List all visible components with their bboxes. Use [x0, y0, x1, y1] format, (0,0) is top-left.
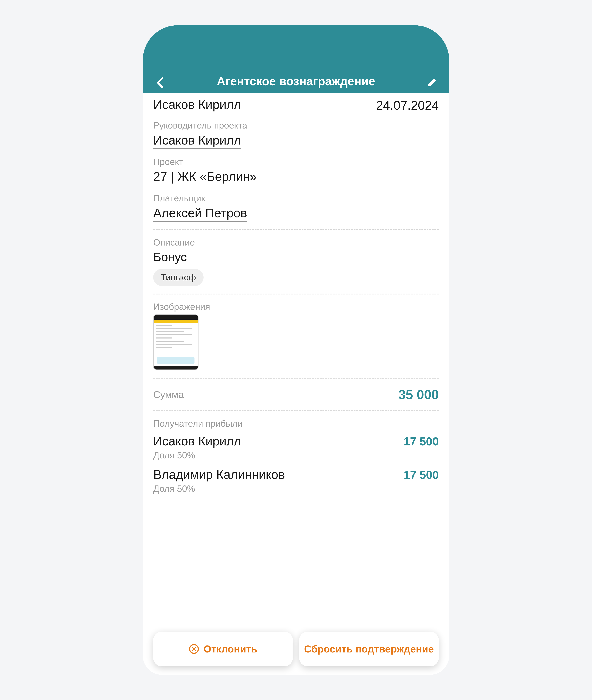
project-field: Проект 27 | ЖК «Берлин» [153, 156, 439, 185]
thumb-bottombar [154, 366, 198, 369]
manager-value[interactable]: Исаков Кирилл [153, 133, 241, 149]
sum-value: 35 000 [398, 387, 439, 402]
content-scroll[interactable]: Исаков Кирилл 24.07.2024 Руководитель пр… [143, 93, 449, 675]
creator-link[interactable]: Исаков Кирилл [153, 97, 241, 113]
image-thumbnail[interactable] [153, 314, 198, 370]
manager-label: Руководитель проекта [153, 120, 439, 131]
images-label: Изображения [153, 301, 439, 312]
bank-tag[interactable]: Тинькоф [153, 269, 204, 286]
divider [153, 294, 439, 294]
action-footer: Отклонить Сбросить подтверждение [153, 632, 439, 666]
reset-confirmation-button[interactable]: Сбросить подтверждение [299, 632, 439, 666]
thumb-highlight [157, 357, 195, 364]
recipient-amount: 17 500 [404, 435, 439, 448]
manager-field: Руководитель проекта Исаков Кирилл [153, 120, 439, 149]
sum-row: Сумма 35 000 [153, 386, 439, 403]
thumb-topbar [154, 315, 198, 320]
recipient-share: Доля 50% [153, 483, 439, 494]
pencil-icon [426, 77, 438, 89]
thumb-accent [154, 320, 198, 323]
description-text: Бонус [153, 250, 439, 264]
reject-button[interactable]: Отклонить [153, 632, 293, 666]
date-value: 24.07.2024 [376, 98, 439, 112]
recipient-amount: 17 500 [404, 468, 439, 482]
reject-label: Отклонить [203, 643, 257, 655]
project-value[interactable]: 27 | ЖК «Берлин» [153, 169, 257, 185]
payer-value[interactable]: Алексей Петров [153, 206, 247, 222]
divider [153, 229, 439, 230]
sum-label: Сумма [153, 389, 184, 400]
recipient-share: Доля 50% [153, 450, 439, 460]
payer-label: Плательщик [153, 193, 439, 203]
description-label: Описание [153, 237, 439, 248]
recipients-label: Получатели прибыли [153, 418, 439, 429]
images-field: Изображения [153, 301, 439, 370]
phone-screen: Агентское вознаграждение Исаков Кирилл 2… [143, 25, 449, 675]
recipient-name: Исаков Кирилл [153, 434, 241, 448]
back-button[interactable] [153, 76, 167, 90]
reset-label: Сбросить подтверждение [304, 643, 434, 655]
edit-button[interactable] [425, 76, 439, 90]
recipient-name: Владимир Калинников [153, 467, 285, 482]
page-title: Агентское вознаграждение [217, 74, 375, 88]
reject-icon [189, 644, 199, 654]
payer-field: Плательщик Алексей Петров [153, 193, 439, 222]
description-field: Описание Бонус Тинькоф [153, 237, 439, 286]
creator-date-row: Исаков Кирилл 24.07.2024 [153, 97, 439, 113]
recipient-item: Владимир Калинников 17 500 Доля 50% [153, 467, 439, 494]
app-header: Агентское вознаграждение [143, 25, 449, 93]
recipient-item: Исаков Кирилл 17 500 Доля 50% [153, 434, 439, 460]
project-label: Проект [153, 156, 439, 167]
divider [153, 378, 439, 379]
outer-frame: Агентское вознаграждение Исаков Кирилл 2… [0, 0, 592, 700]
chevron-left-icon [156, 77, 164, 89]
divider [153, 410, 439, 411]
